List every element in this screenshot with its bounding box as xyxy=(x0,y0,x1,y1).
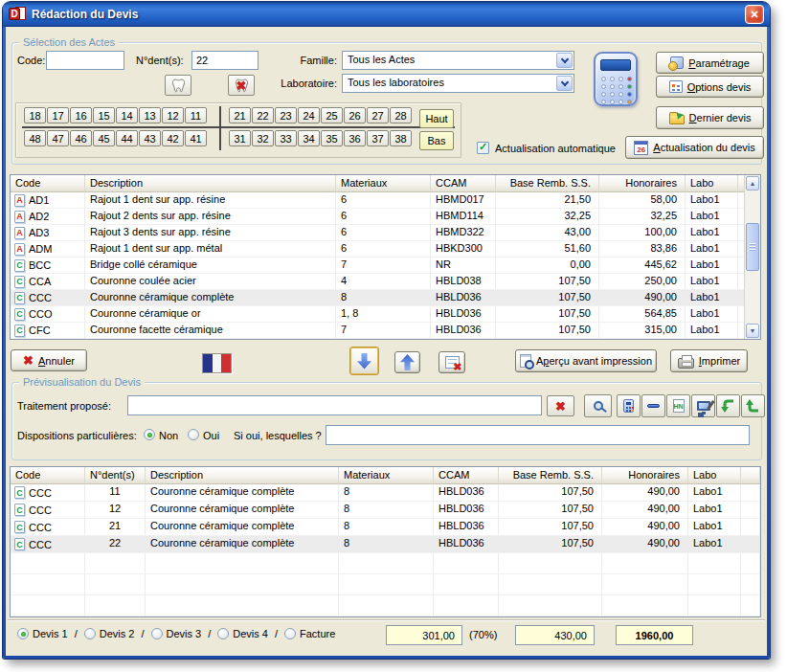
tooth-button-23[interactable]: 23 xyxy=(275,107,297,123)
radio-facture[interactable]: Facture xyxy=(284,628,335,639)
tooth-button-32[interactable]: 32 xyxy=(252,130,274,146)
tooth-button-48[interactable]: 48 xyxy=(24,130,46,146)
radio-non[interactable] xyxy=(144,429,155,440)
famille-combobox[interactable]: Tous les Actes xyxy=(342,51,574,70)
traitement-input[interactable] xyxy=(127,395,542,415)
acts-row-AD2[interactable]: AAD2Rajout 2 dents sur app. résine6HBMD1… xyxy=(11,209,760,225)
devis-row-CCC-21[interactable]: CCCC21Couronne céramique complète8HBLD03… xyxy=(11,519,760,536)
tooth-button-14[interactable]: 14 xyxy=(116,107,138,123)
tooth-button-11[interactable]: 11 xyxy=(185,107,207,123)
acts-row-BCC[interactable]: CBCCBridge collé céramique7NR0,00445,62L… xyxy=(11,258,760,274)
acts-row-CFC[interactable]: CCFCCouronne facette céramique7HBLD03610… xyxy=(11,323,760,339)
tooth-button-33[interactable]: 33 xyxy=(275,130,297,146)
tooth-button-22[interactable]: 22 xyxy=(252,107,274,123)
tooth-button-35[interactable]: 35 xyxy=(321,130,343,146)
acts-row-CCO[interactable]: CCCOCouronne céramique or1, 8HBLD036107,… xyxy=(11,306,760,323)
tooth-button-41[interactable]: 41 xyxy=(185,130,207,146)
delete-line-button[interactable]: ✖ xyxy=(438,351,465,373)
ndents-input[interactable] xyxy=(191,51,259,70)
hn-button[interactable]: HN xyxy=(666,394,690,417)
laboratoire-combobox[interactable]: Tous les laboratoires xyxy=(342,74,574,93)
annuler-button[interactable]: ✖ Annuler xyxy=(11,349,87,371)
scrollbar-thumb[interactable] xyxy=(746,223,759,271)
tooth-button-18[interactable]: 18 xyxy=(24,107,46,123)
radio-devis-4[interactable]: Devis 4 xyxy=(217,628,268,639)
traitement-label: Traitement proposé: xyxy=(17,400,111,412)
tooth-button-24[interactable]: 24 xyxy=(298,107,320,123)
options-devis-button[interactable]: Options devis xyxy=(656,76,764,98)
scroll-down-button[interactable]: ▼ xyxy=(746,324,759,338)
radio-devis-2[interactable]: Devis 2 xyxy=(84,628,135,639)
radio-indicator[interactable] xyxy=(151,628,163,639)
radio-indicator[interactable] xyxy=(284,628,296,639)
tooth-button-31[interactable]: 31 xyxy=(229,130,251,146)
acts-row-CCC[interactable]: CCCCCouronne céramique complète8HBLD0361… xyxy=(11,290,760,306)
parametrage-button[interactable]: Paramétrage xyxy=(656,52,764,74)
table-cell: 490,00 xyxy=(602,502,688,519)
radio-indicator[interactable] xyxy=(217,628,229,639)
devis-row-CCC-22[interactable]: CCCC22Couronne céramique complète8HBLD03… xyxy=(11,536,760,553)
tooth-button-15[interactable]: 15 xyxy=(93,107,115,123)
acts-row-CCA[interactable]: CCCACouronne coulée acier4HBLD038107,502… xyxy=(11,274,760,290)
import-button[interactable] xyxy=(716,394,740,417)
screen-tool-button[interactable] xyxy=(691,394,715,417)
tooth-button-21[interactable]: 21 xyxy=(229,107,251,123)
tooth-button-45[interactable]: 45 xyxy=(93,130,115,146)
apercu-button[interactable]: Aperçu avant impression xyxy=(515,349,657,372)
tooth-button-28[interactable]: 28 xyxy=(390,107,412,123)
tooth-button-34[interactable]: 34 xyxy=(298,130,320,146)
tooth-button-17[interactable]: 17 xyxy=(47,107,69,123)
close-button[interactable]: ✕ xyxy=(745,5,764,24)
tooth-button-25[interactable]: 25 xyxy=(321,107,343,123)
move-up-button[interactable] xyxy=(394,351,420,373)
acts-row-AD3[interactable]: AAD3Rajout 3 dents sur app. résine6HBMD3… xyxy=(11,225,760,241)
tooth-button-47[interactable]: 47 xyxy=(47,130,69,146)
laboratoire-dropdown-button[interactable] xyxy=(556,76,573,91)
acts-row-AD1[interactable]: AAD1Rajout 1 dent sur app. résine6HBMD01… xyxy=(11,192,760,209)
apercu-label: Aperçu avant impression xyxy=(536,355,652,367)
tooth-button-38[interactable]: 38 xyxy=(390,130,412,146)
acts-table-scrollbar[interactable]: ▲ ▼ xyxy=(744,175,760,339)
radio-devis-1[interactable]: Devis 1 xyxy=(17,628,68,639)
radio-devis-3[interactable]: Devis 3 xyxy=(151,628,202,639)
devis-row-CCC-12[interactable]: CCCC12Couronne céramique complète8HBLD03… xyxy=(11,502,760,519)
bas-button[interactable]: Bas xyxy=(419,131,454,150)
tooth-button-27[interactable]: 27 xyxy=(367,107,389,123)
tooth-button-37[interactable]: 37 xyxy=(367,130,389,146)
si-oui-input[interactable] xyxy=(326,425,750,445)
imprimer-button[interactable]: Imprimer xyxy=(670,349,748,372)
minus-button[interactable] xyxy=(641,394,665,417)
radio-oui[interactable] xyxy=(188,429,199,440)
clear-tooth-button[interactable]: ✖ xyxy=(228,75,255,96)
mini-calculator-button[interactable] xyxy=(617,394,641,417)
scroll-up-button[interactable]: ▲ xyxy=(746,176,759,190)
tooth-button-43[interactable]: 43 xyxy=(139,130,161,146)
code-input[interactable] xyxy=(46,51,124,70)
clear-traitement-button[interactable]: ✖ xyxy=(547,395,574,416)
tooth-button-13[interactable]: 13 xyxy=(139,107,161,123)
select-tooth-button[interactable] xyxy=(165,75,191,96)
radio-indicator[interactable] xyxy=(17,628,29,639)
haut-button[interactable]: Haut xyxy=(419,109,454,128)
tooth-button-36[interactable]: 36 xyxy=(344,130,366,146)
devis-row-CCC-11[interactable]: CCCC11Couronne céramique complète8HBLD03… xyxy=(11,484,760,502)
tooth-button-26[interactable]: 26 xyxy=(344,107,366,123)
famille-dropdown-button[interactable] xyxy=(556,53,573,68)
zoom-text-button[interactable] xyxy=(584,394,612,417)
tooth-button-12[interactable]: 12 xyxy=(162,107,184,123)
radio-indicator[interactable] xyxy=(84,628,96,639)
tooth-button-42[interactable]: 42 xyxy=(162,130,184,146)
tooth-button-46[interactable]: 46 xyxy=(70,130,92,146)
export-button[interactable] xyxy=(741,394,765,417)
move-down-button[interactable] xyxy=(349,347,379,375)
title-bar[interactable]: D Rédaction du Devis ✕ xyxy=(3,2,770,27)
tooth-button-16[interactable]: 16 xyxy=(70,107,92,123)
tooth-button-44[interactable]: 44 xyxy=(116,130,138,146)
separator: / xyxy=(275,628,278,639)
dernier-devis-button[interactable]: Dernier devis xyxy=(656,106,764,129)
auto-update-checkbox[interactable]: ✓ xyxy=(477,142,489,154)
settings-icon xyxy=(670,56,684,69)
acts-table: CodeDescriptionMateriauxCCAMBase Remb. S… xyxy=(10,174,761,340)
actualisation-devis-button[interactable]: 26 Actualisation du devis xyxy=(625,136,764,159)
acts-row-ADM[interactable]: AADMRajout 1 dent sur app. métal6HBKD300… xyxy=(11,241,760,258)
